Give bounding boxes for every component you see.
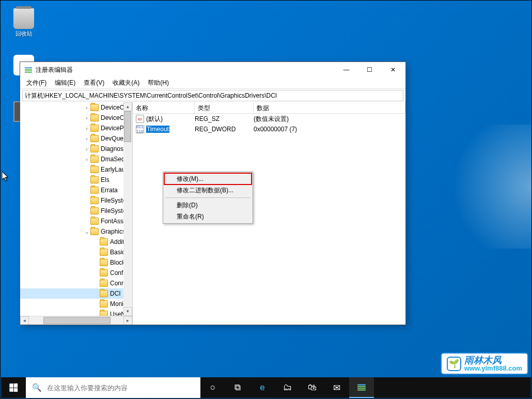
tree-item-dmasecurity[interactable]: ›DmaSecurity [20,154,133,164]
folder-icon [100,269,108,277]
menu-view[interactable]: 查看(V) [80,78,108,88]
folder-icon [90,104,99,111]
tree-item-dci[interactable]: DCI [20,288,133,299]
menu-favorites[interactable]: 收藏夹(A) [108,78,144,88]
tree-item-devquery[interactable]: ›DevQuery [20,133,133,144]
folder-icon [90,135,99,142]
value-type: REG_SZ [195,115,254,122]
task-view-button[interactable]: ⧉ [225,377,250,398]
tree-expander[interactable]: › [83,105,90,111]
folder-icon [90,197,99,204]
taskbar-explorer[interactable]: 🗂 [275,377,300,398]
maximize-button[interactable]: ☐ [358,63,381,77]
start-button[interactable] [1,377,26,398]
scroll-right-button[interactable]: ▸ [123,316,132,325]
context-menu-item[interactable]: 重命名(R) [164,211,252,222]
value-row[interactable]: ab(默认)REG_SZ(数值未设置) [133,114,405,124]
tree-panel[interactable]: ›DeviceContai›DeviceOverri›DevicePanels›… [20,102,133,325]
scroll-up-button[interactable]: ▴ [123,102,132,111]
folder-icon [100,249,108,256]
minimize-button[interactable]: — [335,63,358,77]
scroll-thumb[interactable] [43,317,111,324]
col-data[interactable]: 数据 [254,102,405,113]
taskbar: 🔍 ○ ⧉ e 🗂 🛍 ✉ [1,377,531,398]
tree-item-basicdispl[interactable]: BasicDispl [20,247,133,257]
tree-item-filesystem[interactable]: FileSystem [20,195,133,206]
folder-icon [90,166,99,173]
tree-item-devicepanels[interactable]: ›DevicePanels [20,123,133,133]
tree-expander[interactable]: › [83,157,90,162]
address-text: 计算机\HKEY_LOCAL_MACHINE\SYSTEM\CurrentCon… [25,91,277,100]
tree-item-errata[interactable]: Errata [20,185,133,195]
tree-item-connectivi[interactable]: Connectivi [20,278,133,288]
svg-rect-1 [25,69,32,70]
watermark-text: 雨林木风 [464,356,522,365]
tree-item-fontassoc[interactable]: FontAssoc [20,216,133,226]
desktop-recycle-bin[interactable]: 回收站 [6,8,42,38]
taskbar-regedit[interactable] [349,377,374,398]
folder-icon [90,207,99,214]
close-button[interactable]: ✕ [381,63,404,77]
folder-icon [90,114,99,121]
tree-scrollbar-vertical[interactable]: ▴ ▾ [123,102,132,316]
search-input[interactable] [47,384,194,392]
value-data: 0x00000007 (7) [254,126,297,133]
scroll-track[interactable] [29,316,123,325]
context-menu-item[interactable]: 修改二进制数据(B)... [164,185,252,196]
taskbar-search[interactable]: 🔍 [26,377,200,398]
scroll-left-button[interactable]: ◂ [20,316,29,325]
taskbar-edge[interactable]: e [250,377,275,398]
tree-item-filesystemuti[interactable]: FileSystemUti [20,206,133,216]
tree-item-monitorda[interactable]: MonitorDa [20,299,133,309]
context-menu-item[interactable]: 修改(M)... [164,173,252,185]
watermark-logo-icon: 🌱 [447,357,461,371]
folder-icon [90,176,99,183]
tree-item-devicecontai[interactable]: ›DeviceContai [20,102,133,113]
tree-item-blocklist[interactable]: BlockList [20,257,133,268]
menu-file[interactable]: 文件(F) [22,78,51,88]
value-name: Timeout [146,126,195,133]
tree-item-label: Errata [101,187,118,194]
taskbar-mail[interactable]: ✉ [324,377,349,398]
tree-expander[interactable]: › [83,136,90,142]
search-icon: 🔍 [32,383,42,392]
tree-item-earlylaunch[interactable]: EarlyLaunch [20,164,133,175]
tree-item-diagnostics[interactable]: ›Diagnostics [20,144,133,154]
context-menu-item[interactable]: 删除(D) [164,199,252,211]
menu-edit[interactable]: 编辑(E) [51,78,80,88]
values-panel[interactable]: 名称 类型 数据 ab(默认)REG_SZ(数值未设置)011 110Timeo… [133,102,405,325]
col-name[interactable]: 名称 [133,102,195,113]
tree-scrollbar-horizontal[interactable]: ◂ ▸ [20,316,132,325]
list-header[interactable]: 名称 类型 数据 [133,102,405,114]
tree-expander[interactable]: ⌄ [83,229,90,235]
tree-item-deviceoverri[interactable]: ›DeviceOverri [20,113,133,123]
scroll-down-button[interactable]: ▾ [123,307,132,316]
value-data: (数值未设置) [254,115,289,124]
tree-item-els[interactable]: Els [20,175,133,185]
tree-expander[interactable]: › [83,126,90,131]
tree-expander[interactable]: › [83,146,90,152]
tree-expander[interactable]: › [83,115,90,121]
scroll-track[interactable] [123,111,132,307]
window-title: 注册表编辑器 [36,66,335,74]
address-bar[interactable]: 计算机\HKEY_LOCAL_MACHINE\SYSTEM\CurrentCon… [22,90,403,101]
recycle-bin-label: 回收站 [15,30,33,37]
svg-rect-4 [357,384,366,385]
tree-item-configurat[interactable]: Configurat [20,268,133,278]
string-value-icon: ab [136,115,144,123]
value-row[interactable]: 011 110TimeoutREG_DWORD0x00000007 (7) [133,124,405,134]
tree-item-graphicsdriv[interactable]: ⌄GraphicsDriv [20,226,133,237]
tree-item-additional[interactable]: Additional [20,237,133,247]
svg-rect-7 [357,390,366,391]
folder-icon [90,218,99,225]
watermark-url: www.ylmf888.com [464,365,522,372]
svg-rect-6 [357,388,366,389]
taskbar-store[interactable]: 🛍 [300,377,324,398]
folder-icon [100,290,108,297]
menu-help[interactable]: 帮助(H) [144,78,173,88]
scroll-thumb[interactable] [124,111,131,142]
col-type[interactable]: 类型 [195,102,254,113]
cortana-button[interactable]: ○ [200,377,225,398]
menubar: 文件(F) 编辑(E) 查看(V) 收藏夹(A) 帮助(H) [20,78,405,89]
titlebar[interactable]: 注册表编辑器 — ☐ ✕ [20,62,405,78]
